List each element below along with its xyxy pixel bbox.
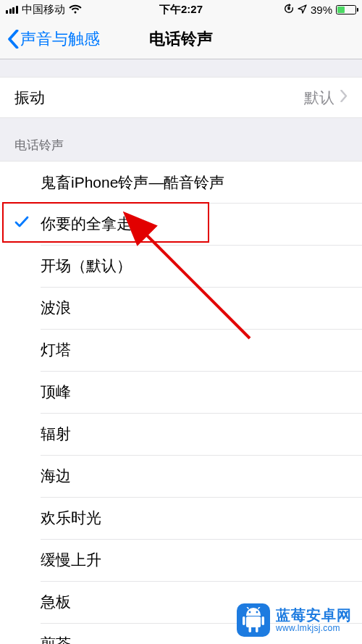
- vibration-row[interactable]: 振动 默认: [0, 77, 362, 118]
- svg-rect-7: [243, 616, 245, 625]
- vibration-value: 默认: [304, 88, 334, 108]
- ringtone-row[interactable]: 鬼畜iPhone铃声—酷音铃声: [0, 161, 362, 203]
- svg-point-3: [256, 611, 258, 614]
- ringtone-row[interactable]: 你要的全拿走: [0, 203, 362, 245]
- ringtone-label: 急板: [41, 592, 71, 612]
- ringtone-label: 灯塔: [41, 340, 71, 360]
- ringtone-row[interactable]: 开场（默认）: [0, 245, 362, 287]
- watermark-cn: 蓝莓安卓网: [276, 607, 352, 624]
- status-left: 中国移动: [6, 3, 82, 17]
- nav-back-button[interactable]: 声音与触感: [7, 28, 100, 50]
- status-right: 39%: [284, 4, 356, 16]
- wifi-icon: [69, 4, 82, 16]
- ringtone-list: 鬼畜iPhone铃声—酷音铃声你要的全拿走开场（默认）波浪灯塔顶峰辐射海边欢乐时…: [0, 161, 362, 644]
- ringtone-row[interactable]: 波浪: [0, 287, 362, 329]
- watermark-text: 蓝莓安卓网 www.lmkjsj.com: [276, 607, 352, 634]
- orientation-lock-icon: [284, 4, 294, 16]
- ringtone-section-header: 电话铃声: [0, 118, 362, 161]
- ringtone-row[interactable]: 辐射: [0, 413, 362, 455]
- checkmark-icon: [14, 216, 29, 232]
- ringtone-row[interactable]: 灯塔: [0, 329, 362, 371]
- watermark: 蓝莓安卓网 www.lmkjsj.com: [237, 603, 352, 637]
- svg-rect-9: [249, 627, 252, 632]
- vibration-label: 振动: [14, 88, 304, 108]
- ringtone-label: 鬼畜iPhone铃声—酷音铃声: [41, 172, 224, 193]
- ringtone-label: 开场（默认）: [41, 256, 132, 276]
- ringtone-row[interactable]: 欢乐时光: [0, 497, 362, 539]
- svg-line-4: [246, 607, 248, 609]
- content-scroll[interactable]: 振动 默认 电话铃声 鬼畜iPhone铃声—酷音铃声你要的全拿走开场（默认）波浪…: [0, 59, 362, 644]
- svg-rect-10: [256, 627, 258, 632]
- ringtone-label: 煎茶: [41, 634, 71, 644]
- svg-line-5: [258, 607, 261, 609]
- ringtone-row[interactable]: 海边: [0, 455, 362, 497]
- svg-rect-8: [262, 616, 265, 625]
- location-icon: [298, 4, 307, 16]
- svg-point-2: [249, 611, 251, 614]
- status-time: 下午2:27: [159, 3, 203, 17]
- ringtone-row[interactable]: 顶峰: [0, 371, 362, 413]
- nav-back-label: 声音与触感: [20, 28, 100, 50]
- ringtone-label: 你要的全拿走: [41, 214, 132, 234]
- nav-title: 电话铃声: [149, 28, 213, 50]
- ringtone-label: 顶峰: [41, 382, 71, 402]
- ringtone-label: 欢乐时光: [41, 508, 101, 528]
- ringtone-label: 海边: [41, 466, 71, 486]
- ringtone-label: 缓慢上升: [41, 550, 101, 570]
- status-bar: 中国移动 下午2:27 39%: [0, 0, 362, 19]
- nav-bar: 声音与触感 电话铃声: [0, 19, 362, 59]
- chevron-left-icon: [7, 30, 19, 49]
- watermark-en: www.lmkjsj.com: [276, 624, 352, 634]
- battery-icon: [336, 5, 356, 14]
- carrier-label: 中国移动: [22, 3, 65, 17]
- chevron-right-icon: [340, 90, 348, 105]
- svg-rect-0: [287, 7, 290, 10]
- ringtone-label: 波浪: [41, 298, 71, 318]
- svg-rect-6: [246, 616, 261, 627]
- battery-pct: 39%: [311, 4, 332, 16]
- ringtone-row[interactable]: 缓慢上升: [0, 539, 362, 581]
- watermark-icon: [237, 603, 270, 637]
- ringtone-label: 辐射: [41, 424, 71, 444]
- signal-icon: [6, 6, 18, 14]
